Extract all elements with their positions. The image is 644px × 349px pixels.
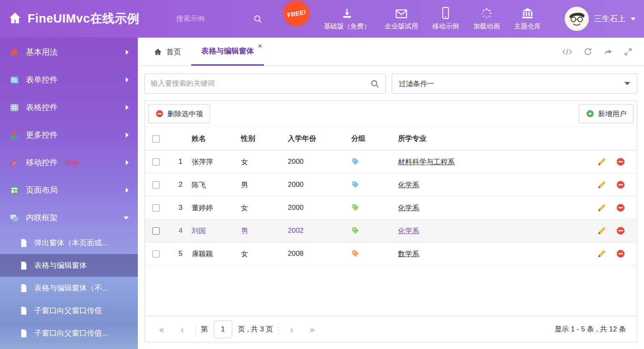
page-number-input[interactable] [214, 321, 232, 338]
tab-grid-edit-window[interactable]: 表格与编辑窗体 × [191, 38, 264, 66]
column-gender: 性别 [238, 127, 285, 150]
table-row[interactable]: 5 康颖颖 女 2008 数学系 [145, 242, 637, 265]
nav-enterprise-trial[interactable]: 企业版试用 [385, 7, 418, 31]
table-row[interactable]: 1 张萍萍 女 2000 材料科学与工程系 [145, 150, 637, 173]
search-icon[interactable] [253, 14, 263, 24]
delete-icon[interactable] [616, 157, 625, 166]
file-icon [18, 329, 28, 338]
edit-icon[interactable] [597, 180, 606, 189]
sidebar-item-label: 移动控件 [26, 157, 58, 168]
edit-icon[interactable] [597, 203, 606, 212]
next-page-button[interactable]: › [282, 324, 302, 334]
delete-selected-button[interactable]: 删除选中项 [148, 104, 210, 123]
file-icon [18, 261, 28, 270]
expand-icon[interactable] [624, 48, 632, 56]
column-name: 姓名 [189, 127, 238, 150]
sidebar-item-grid-controls[interactable]: 表格控件 [0, 94, 138, 121]
file-icon [18, 284, 28, 293]
delete-icon[interactable] [616, 249, 625, 258]
filter-dropdown-value: 过滤条件一 [399, 79, 434, 89]
divider [278, 323, 279, 336]
cell-gender: 女 [238, 242, 285, 265]
delete-icon[interactable] [616, 180, 625, 189]
cell-name: 张萍萍 [189, 150, 238, 173]
header-search[interactable] [176, 14, 267, 24]
tag-icon [351, 227, 360, 235]
table-row[interactable]: 2 陈飞 男 2000 化学系 [145, 173, 637, 196]
add-user-button[interactable]: 新增用户 [579, 104, 634, 123]
tab-home[interactable]: 首页 [144, 38, 191, 66]
brand[interactable]: FineUIMvc在线示例 [8, 10, 176, 27]
sidebar-item-form-controls[interactable]: 表单控件 [0, 66, 138, 94]
sidebar-item-basic-usage[interactable]: 基本用法 [0, 38, 138, 66]
filter-dropdown[interactable]: 过滤条件一 [392, 74, 637, 94]
select-all-checkbox[interactable] [152, 135, 160, 143]
main-content: 首页 表格与编辑窗体 × [138, 38, 644, 349]
user-menu[interactable]: 三生石上 [565, 7, 636, 31]
delete-icon[interactable] [616, 203, 625, 212]
keyword-search[interactable] [145, 74, 386, 94]
free-badge: FREE! [282, 0, 311, 28]
share-icon[interactable] [603, 48, 613, 56]
major-link[interactable]: 化学系 [398, 181, 419, 189]
row-number: 2 [166, 173, 189, 196]
table-row[interactable]: 3 董婷婷 女 2000 化学系 [145, 196, 637, 219]
edit-icon[interactable] [597, 157, 606, 166]
row-checkbox[interactable] [152, 204, 160, 211]
tag-icon [351, 181, 360, 189]
cell-year: 2000 [285, 150, 349, 173]
close-icon[interactable]: × [258, 42, 262, 49]
nav-mobile-demo[interactable]: 移动示例 [432, 7, 459, 31]
edit-icon[interactable] [597, 249, 606, 258]
bank-icon [521, 7, 534, 19]
header-nav: 基础版（免费） 企业版试用 移动示例 加载动画 主题仓库 [317, 7, 548, 31]
row-checkbox[interactable] [152, 158, 160, 166]
keyword-search-input[interactable] [145, 74, 385, 93]
major-link[interactable]: 数学系 [398, 250, 419, 258]
button-label: 新增用户 [598, 109, 626, 119]
nav-loading-animations[interactable]: 加载动画 [473, 7, 500, 31]
row-checkbox[interactable] [152, 250, 160, 257]
row-number: 3 [166, 196, 189, 219]
sidebar-subitem-popup-window[interactable]: 弹出窗体（本页面或... [0, 232, 138, 254]
chevron-down-icon [124, 217, 129, 219]
nav-label: 主题仓库 [514, 22, 541, 31]
nav-basic-free[interactable]: 基础版（免费） [324, 7, 370, 31]
home-icon [9, 48, 19, 57]
edit-icon[interactable] [597, 226, 606, 235]
last-page-button[interactable]: » [302, 324, 323, 334]
nav-theme-store[interactable]: 主题仓库 [514, 7, 541, 31]
frames-icon [9, 213, 19, 223]
layout-icon [9, 186, 19, 195]
major-link[interactable]: 化学系 [398, 204, 419, 212]
table-row-selected[interactable]: 4 刘国 男 2002 化学系 [145, 219, 637, 242]
tag-icon [351, 204, 360, 212]
delete-icon[interactable] [616, 226, 625, 235]
avatar[interactable] [565, 7, 589, 31]
chevron-right-icon [126, 188, 129, 193]
user-name: 三生石上 [594, 13, 626, 24]
sidebar-item-mobile-controls[interactable]: 移动控件 Corp. [0, 149, 138, 176]
chevron-right-icon [126, 77, 129, 82]
row-checkbox[interactable] [152, 181, 160, 189]
sidebar-item-more-controls[interactable]: 更多控件 [0, 121, 138, 149]
page-prefix: 第 [201, 324, 208, 334]
search-icon[interactable] [370, 79, 380, 89]
major-link[interactable]: 材料科学与工程系 [398, 158, 455, 166]
sidebar-subitem-grid-edit-window-2[interactable]: 表格与编辑窗体（不... [0, 277, 138, 299]
major-link[interactable]: 化学系 [398, 227, 419, 235]
sidebar-subitem-grid-edit-window[interactable]: 表格与编辑窗体 [0, 254, 138, 277]
sidebar-subitem-label: 表格与编辑窗体（不... [34, 283, 108, 293]
header-search-input[interactable] [176, 15, 239, 23]
sidebar-subitem-child-to-parent-2[interactable]: 子窗口向父窗口传值... [0, 322, 138, 344]
code-icon[interactable] [562, 48, 572, 56]
sidebar-subitem-child-to-parent[interactable]: 子窗口向父窗口传值 [0, 299, 138, 322]
refresh-icon[interactable] [583, 47, 592, 56]
first-page-button[interactable]: « [151, 324, 172, 334]
sidebar-item-page-layout[interactable]: 页面布局 [0, 176, 138, 204]
chevron-right-icon [126, 50, 129, 55]
prev-page-button[interactable]: ‹ [172, 324, 192, 334]
nav-label: 移动示例 [432, 22, 459, 31]
sidebar-item-iframe[interactable]: 内联框架 [0, 204, 138, 232]
row-checkbox[interactable] [152, 227, 160, 234]
